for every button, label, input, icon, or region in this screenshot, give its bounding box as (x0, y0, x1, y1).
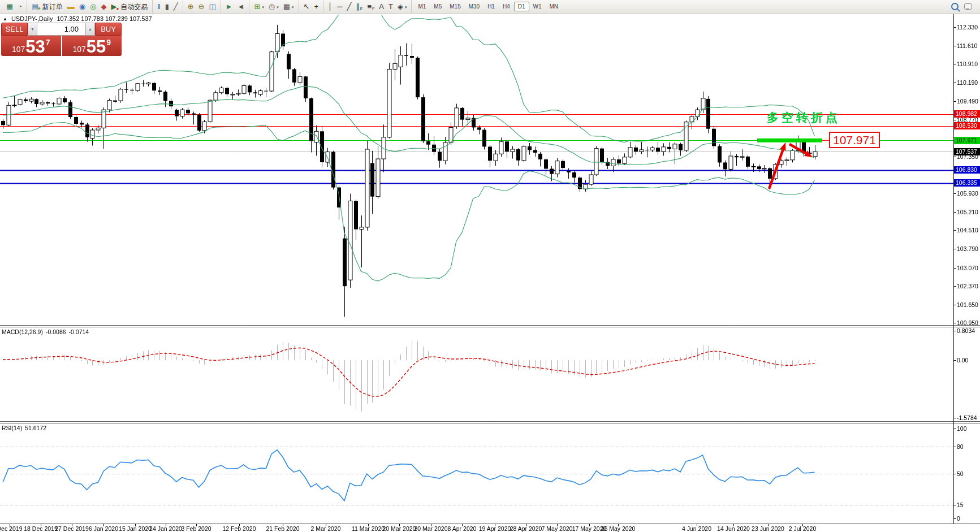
sell-price-pip: 7 (46, 38, 50, 47)
price-line-badge: 107.537 (954, 148, 980, 155)
date-axis-label: 24 Jan 2020 (149, 525, 182, 532)
rsi-value: 51.6172 (25, 425, 46, 431)
horizontal-line-button[interactable]: ─ (335, 1, 344, 12)
zoom-out-button[interactable]: ⊖ (196, 1, 207, 12)
new-order-button[interactable]: ▤+新订单 (29, 1, 65, 12)
autotrading-button-label: 自动交易 (120, 2, 148, 11)
crosshair-button[interactable]: + (312, 1, 321, 12)
auto-scroll-button[interactable]: ► (223, 1, 235, 12)
rsi-name: RSI(14) (2, 425, 22, 431)
cursor-icon: ↖ (304, 2, 310, 11)
price-axis-label: 112.330 (957, 24, 978, 31)
price-line-badge: 107.971 (954, 137, 980, 144)
date-axis-label: 8 Apr 2020 (448, 525, 477, 532)
toolbar-group-zoom: ⊕⊖◫ (183, 0, 221, 13)
timeframe-m5-button[interactable]: M5 (430, 2, 446, 11)
rsi-axis-label: 15 (957, 501, 964, 508)
chart-shift-icon: ◄ (238, 2, 245, 11)
timeframe-m1-button[interactable]: M1 (414, 2, 430, 11)
candle-chart-button[interactable]: ▮ (163, 1, 171, 12)
market-button[interactable]: ◆ (98, 1, 109, 12)
shapes-icon: ◈ (398, 2, 403, 11)
periods-icon: ◷ (269, 2, 275, 11)
zoom-in-button[interactable]: ⊕ (185, 1, 196, 12)
trendline-button[interactable]: ╱ (344, 1, 353, 12)
community-icon: ◉ (79, 2, 85, 11)
timeframe-mn-button[interactable]: MN (546, 2, 563, 11)
autotrading-button[interactable]: ▶●自动交易 (109, 1, 150, 12)
toolbar-group-objects: │─╱∥E≡FAT◈▾ (323, 0, 411, 13)
cursor-button[interactable]: ↖ (301, 1, 312, 12)
sell-button[interactable]: SELL (1, 23, 28, 36)
timeframe-m15-button[interactable]: M15 (446, 2, 464, 11)
market-icon: ◆ (101, 2, 106, 11)
buy-button[interactable]: BUY (95, 23, 122, 36)
gold-icon: ▬ (67, 2, 75, 11)
date-axis-label: 20 Mar 2020 (383, 525, 416, 532)
templates-button[interactable]: ▩▾ (281, 1, 296, 12)
date-axis-label: 7 May 2020 (542, 525, 573, 532)
timeframe-w1-button[interactable]: W1 (529, 2, 546, 11)
new-chart-button[interactable]: ▦ (4, 1, 15, 12)
date-axis-label: 15 Jan 2020 (119, 525, 152, 532)
indicators-button[interactable]: ⊞▾ (252, 1, 266, 12)
price-axis-label: 105.930 (957, 190, 978, 197)
volume-input[interactable] (37, 23, 85, 36)
periods-button[interactable]: ◷▾ (266, 1, 281, 12)
bar-chart-button[interactable]: ‖ (155, 1, 162, 12)
chart-canvas[interactable] (0, 0, 980, 532)
crosshair-icon: + (314, 2, 318, 11)
price-axis-label: 100.950 (957, 319, 978, 326)
timeframe-d1-button[interactable]: D1 (514, 2, 529, 11)
symbol-direction-icon: ▲ (3, 16, 7, 21)
date-axis-label: 6 Jan 2020 (89, 525, 118, 532)
sell-price-prefix: 107 (12, 45, 25, 54)
dropdown-arrow-icon: ▾ (292, 3, 294, 11)
plus-badge-icon: + (37, 6, 40, 11)
chat-icon[interactable] (964, 3, 972, 10)
profiles-button[interactable]: ◔ (15, 1, 24, 12)
icon-subletter: F (372, 7, 374, 11)
indicators-icon: ⊞ (254, 2, 260, 11)
price-axis-label: 109.490 (957, 98, 978, 105)
zoom-out-icon: ⊖ (198, 2, 205, 11)
tile-windows-icon: ◫ (209, 2, 215, 11)
search-icon[interactable] (951, 3, 959, 10)
buy-price-display[interactable]: 107 55 9 (62, 36, 122, 56)
channel-icon: ∥ (356, 2, 360, 11)
gold-button[interactable]: ▬ (65, 1, 77, 12)
date-axis-label: 3 Feb 2020 (181, 525, 211, 532)
signals-button[interactable]: ◎ (88, 1, 98, 12)
tile-windows-button[interactable]: ◫ (206, 1, 218, 12)
text-label-icon: T (388, 2, 393, 11)
fibonacci-button[interactable]: ≡F (365, 1, 377, 12)
timeframe-h4-button[interactable]: H4 (499, 2, 514, 11)
sell-price-display[interactable]: 107 53 7 (1, 36, 61, 56)
auto-scroll-icon: ► (226, 2, 233, 11)
timeframe-h1-button[interactable]: H1 (483, 2, 499, 11)
community-button[interactable]: ◉ (77, 1, 88, 12)
volume-up-button[interactable]: ▲ (85, 23, 95, 36)
channel-button[interactable]: ∥E (353, 1, 365, 12)
volume-down-button[interactable]: ▼ (28, 23, 37, 36)
vertical-line-button[interactable]: │ (326, 1, 335, 12)
toolbar-group-chart-type: ‖▮╱ (152, 0, 182, 13)
date-axis-label: 21 Feb 2020 (266, 525, 300, 532)
text-button[interactable]: A (377, 1, 386, 12)
date-axis-label: 14 Jun 2020 (717, 525, 750, 532)
shapes-button[interactable]: ◈▾ (395, 1, 409, 12)
price-line-badge: 108.530 (954, 122, 980, 129)
one-click-trading-panel: SELL ▼ ▲ BUY 107 53 7 107 55 9 (1, 23, 122, 56)
price-axis-label: 110.190 (957, 79, 978, 86)
text-label-button[interactable]: T (386, 1, 395, 12)
chart-shift-button[interactable]: ◄ (235, 1, 247, 12)
rsi-indicator-label: RSI(14) 51.6172 (2, 425, 46, 431)
line-chart-button[interactable]: ╱ (171, 1, 180, 12)
toolbar: ▦◔▤+新订单▬◉◎◆▶●自动交易‖▮╱⊕⊖◫►◄⊞▾◷▾▩▾↖+│─╱∥E≡F… (0, 0, 980, 14)
rsi-axis-label: 80 (957, 443, 964, 450)
date-axis-label: 19 Apr 2020 (479, 525, 511, 532)
price-line-badge: 106.335 (954, 179, 980, 187)
timeframe-m30-button[interactable]: M30 (465, 2, 483, 11)
zoom-in-icon: ⊕ (188, 2, 194, 11)
date-axis-label: 23 Jun 2020 (752, 525, 784, 532)
